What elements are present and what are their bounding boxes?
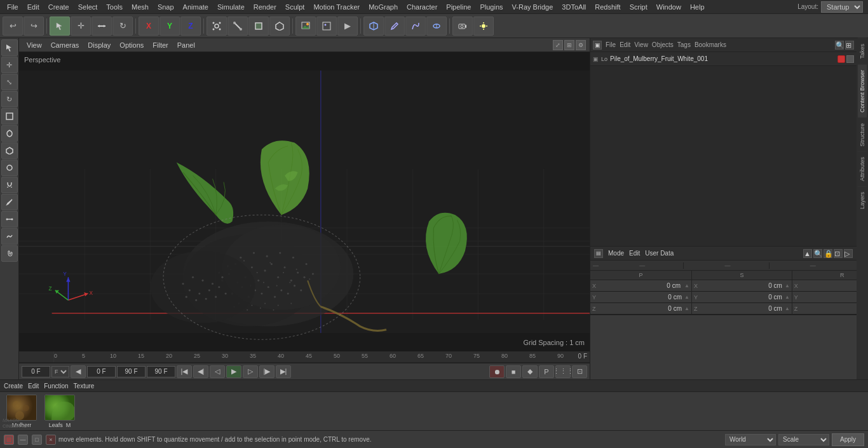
tool-move[interactable]: ✛	[1, 57, 18, 73]
attr-lock-button[interactable]: 🔒	[824, 249, 832, 258]
go-end-button[interactable]: ▶|	[276, 365, 291, 378]
world-dropdown[interactable]: World Object Local	[725, 434, 776, 445]
attr-expand-button[interactable]: ▲	[803, 249, 812, 258]
side-tab-content-browser[interactable]: Content Browser	[858, 64, 867, 118]
maximize-button[interactable]: □	[32, 435, 42, 445]
menu-simulate[interactable]: Simulate	[213, 2, 249, 12]
tool-bridge[interactable]	[1, 211, 18, 227]
rotate-tool-button[interactable]: ↻	[112, 17, 133, 36]
z-axis-button[interactable]: Z	[180, 17, 201, 36]
x-axis-button[interactable]: X	[139, 17, 159, 36]
tool-rotate[interactable]: ↻	[1, 91, 18, 107]
menu-pipeline[interactable]: Pipeline	[442, 2, 475, 12]
prev-key-button[interactable]: ◁	[210, 365, 225, 378]
sy-input[interactable]	[702, 294, 782, 301]
step-back-button[interactable]: ◀|	[193, 365, 208, 378]
menu-render[interactable]: Render	[249, 2, 281, 12]
tool-scale[interactable]: ⤡	[1, 74, 18, 90]
tool-paint[interactable]	[1, 160, 18, 176]
menu-select[interactable]: Select	[74, 2, 102, 12]
light-button[interactable]	[473, 17, 494, 36]
obj-objects-menu[interactable]: Objects	[652, 41, 674, 48]
vp-menu-panel[interactable]: Panel	[173, 40, 199, 50]
undo-button[interactable]: ↩	[3, 17, 23, 36]
spline-button[interactable]	[405, 17, 426, 36]
sx-arrow[interactable]: ▲	[785, 283, 790, 288]
sy-arrow[interactable]: ▲	[785, 294, 790, 300]
menu-3dtoall[interactable]: 3DToAll	[557, 2, 590, 12]
side-tab-layers[interactable]: Layers	[858, 186, 867, 214]
record-button[interactable]: ⏺	[489, 365, 505, 378]
tool-box[interactable]	[1, 108, 18, 125]
menu-snap[interactable]: Snap	[153, 2, 179, 12]
tool-select[interactable]	[1, 39, 18, 56]
obj-search-button[interactable]: 🔍	[835, 41, 844, 50]
render-view-button[interactable]	[295, 17, 316, 36]
prev-frame-button[interactable]: ◀	[71, 365, 86, 378]
material-item-leafs[interactable]: Leafs_M	[42, 395, 78, 428]
select-tool-button[interactable]	[50, 17, 70, 36]
side-tab-structure[interactable]: Structure	[858, 118, 867, 152]
attr-edit-menu[interactable]: Edit	[629, 250, 640, 257]
vp-maximize-button[interactable]: ⤢	[553, 40, 563, 50]
menu-file[interactable]: File	[3, 2, 23, 12]
preview-button[interactable]: P	[539, 365, 554, 378]
vp-settings-button[interactable]: ⚙	[576, 40, 586, 50]
next-key-button[interactable]: ▷	[243, 365, 258, 378]
side-tab-takes[interactable]: Takes	[858, 38, 867, 64]
mat-create-menu[interactable]: Create	[4, 383, 23, 390]
go-start-button[interactable]: |◀	[177, 365, 192, 378]
stop-button[interactable]: ■	[506, 365, 521, 378]
y-axis-button[interactable]: Y	[159, 17, 180, 36]
tool-poly[interactable]	[1, 142, 18, 159]
play-button[interactable]: ▶	[226, 365, 241, 378]
attr-mode-menu[interactable]: Mode	[608, 250, 624, 257]
vp-menu-cameras[interactable]: Cameras	[47, 40, 83, 50]
edge-mode-button[interactable]	[227, 17, 248, 36]
py-arrow[interactable]: ▲	[684, 294, 689, 300]
px-input[interactable]	[600, 282, 681, 289]
side-tab-attributes-right[interactable]: Attributes	[858, 151, 867, 186]
vp-layout-button[interactable]: ⊞	[564, 40, 574, 50]
tool-sculpt[interactable]	[1, 228, 18, 245]
apply-button[interactable]: Apply	[832, 433, 864, 446]
close-button[interactable]: ×	[46, 435, 56, 445]
mat-texture-menu[interactable]: Texture	[74, 383, 95, 390]
attr-zoom-button[interactable]: 🔍	[813, 249, 822, 258]
menu-sculpt[interactable]: Sculpt	[281, 2, 309, 12]
render-active-button[interactable]: ▶	[337, 17, 358, 36]
point-mode-button[interactable]	[207, 17, 227, 36]
menu-redshift[interactable]: Redshift	[590, 2, 625, 12]
keyframe-button[interactable]: ◆	[522, 365, 538, 378]
nurbs-button[interactable]	[426, 17, 447, 36]
mat-function-menu[interactable]: Function	[44, 383, 68, 390]
px-arrow[interactable]: ▲	[684, 283, 689, 288]
attr-settings-button[interactable]: ⊡	[834, 249, 843, 258]
poly-mode-button[interactable]	[248, 17, 269, 36]
current-frame-input[interactable]	[22, 366, 50, 377]
menu-window[interactable]: Window	[652, 2, 686, 12]
end-frame-input-2[interactable]	[147, 366, 175, 377]
obj-file-menu[interactable]: File	[606, 41, 616, 48]
tool-magnet[interactable]	[1, 177, 18, 193]
tool-grab[interactable]	[1, 245, 18, 262]
pz-arrow[interactable]: ▲	[684, 306, 689, 311]
attr-arrow-button[interactable]: ▷	[844, 249, 853, 258]
menu-vray[interactable]: V-Ray Bridge	[508, 2, 558, 12]
obj-view-menu[interactable]: View	[634, 41, 648, 48]
end-frame-input-1[interactable]	[117, 366, 146, 377]
menu-animate[interactable]: Animate	[179, 2, 213, 12]
obj-mode-button[interactable]	[269, 17, 290, 36]
obj-edit-menu[interactable]: Edit	[620, 41, 630, 48]
tool-knife[interactable]	[1, 194, 18, 210]
layout-select[interactable]: Startup	[821, 1, 863, 13]
scale-dropdown[interactable]: Scale Absolute	[778, 434, 829, 445]
redo-button[interactable]: ↪	[24, 17, 44, 36]
tool-lasso[interactable]	[1, 125, 18, 142]
menu-edit[interactable]: Edit	[23, 2, 44, 12]
camera-button[interactable]	[452, 17, 473, 36]
attr-user-data-menu[interactable]: User Data	[645, 250, 674, 257]
mat-edit-menu[interactable]: Edit	[28, 383, 39, 390]
sx-input[interactable]	[702, 282, 782, 289]
cube-button[interactable]	[363, 17, 384, 36]
